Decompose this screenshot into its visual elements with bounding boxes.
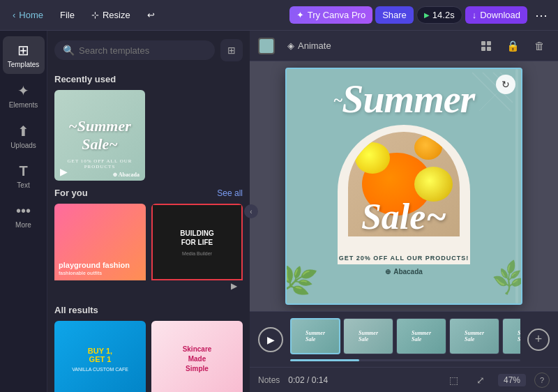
chevron-left-icon: ‹ <box>13 10 15 20</box>
all-results-title: All results <box>54 305 243 315</box>
share-button[interactable]: Share <box>375 6 414 24</box>
more-options-button[interactable]: ⋯ <box>530 4 552 27</box>
play-icon: ▶ <box>424 11 430 19</box>
star-icon: ✦ <box>296 10 304 20</box>
sidebar-item-templates[interactable]: ⊞ Templates <box>3 36 45 74</box>
timeline-frames: SummerSale SummerSale SummerSale SummerS… <box>290 318 520 357</box>
resize-icon: ⊹ <box>91 10 99 20</box>
timeline-frame-1[interactable]: SummerSale <box>290 318 340 354</box>
time-display: 0:02 / 0:14 <box>288 375 328 385</box>
template-building-for-life[interactable]: BUILDINGFOR LIFE Media Builder ▶ <box>151 204 243 295</box>
canvas-arch <box>338 125 470 264</box>
svg-rect-3 <box>487 47 491 51</box>
template-skincare[interactable]: SkincareMadeSimple <box>151 321 243 392</box>
sidebar-item-uploads[interactable]: ⬆ Uploads <box>3 117 45 155</box>
play-button[interactable]: ▶ <box>258 327 283 352</box>
add-frame-button[interactable]: + <box>527 329 550 351</box>
main-area: ⊞ Templates ✦ Elements ⬆ Uploads T Text … <box>0 31 558 392</box>
download-icon: ↓ <box>472 10 477 20</box>
templates-icon: ⊞ <box>17 42 29 59</box>
see-all-link[interactable]: See all <box>217 188 243 198</box>
search-icon: 🔍 <box>63 45 75 56</box>
delete-button[interactable]: 🗑 <box>529 36 550 56</box>
template-search-area: 🔍 ⊞ <box>47 31 250 67</box>
for-you-title: For you <box>54 188 88 198</box>
search-input[interactable] <box>79 45 206 56</box>
timeline-frame-5[interactable]: SummerSale <box>502 318 520 354</box>
for-you-grid: playground fashion FASHIONABLE OUTFITS B… <box>54 204 243 295</box>
bottom-bar: Notes 0:02 / 0:14 ⬚ ⤢ 47% ? <box>250 367 558 392</box>
topbar: ‹ Home File ⊹ Resize ↩ ✦ Try Canva Pro S… <box>0 0 558 31</box>
timeline-frame-2[interactable]: SummerSale <box>343 318 393 354</box>
uploads-icon: ⬆ <box>17 123 29 140</box>
recently-used-title: Recently used <box>54 74 243 84</box>
monitor-button[interactable]: ⬚ <box>445 371 463 389</box>
timeline: ▶ SummerSale SummerSale SummerSale Summe… <box>250 311 558 367</box>
template-panel-wrapper: 🔍 ⊞ Recently used ~Summer Sale~ GET 10% … <box>47 31 250 392</box>
canva-pro-button[interactable]: ✦ Try Canva Pro <box>289 6 372 24</box>
elements-icon: ✦ <box>17 82 29 99</box>
collapse-panel-button[interactable]: ‹ <box>244 204 258 218</box>
color-swatch[interactable] <box>258 38 275 54</box>
canvas-design: ~Summer Sale~ GET 20% OFF ALL <box>285 68 522 305</box>
text-icon: T <box>19 163 27 179</box>
timeline-frame-3[interactable]: SummerSale <box>396 318 446 354</box>
search-box[interactable]: 🔍 <box>54 40 215 60</box>
notes-label: Notes <box>258 375 280 385</box>
undo-icon: ↩ <box>147 10 155 20</box>
monitor-icon: ⬚ <box>449 375 458 386</box>
layout-icon-button[interactable] <box>476 36 497 56</box>
lock-icon: 🔒 <box>506 40 520 52</box>
all-results-grid: BUY 1,GET 1 VANILLA CUSTOM CAFE Skincare… <box>54 321 243 392</box>
sidebar-item-more[interactable]: ••• More <box>3 197 45 234</box>
sidebar-item-text[interactable]: T Text <box>3 158 45 195</box>
icon-sidebar: ⊞ Templates ✦ Elements ⬆ Uploads T Text … <box>0 31 47 392</box>
timeline-scroll: SummerSale SummerSale SummerSale SummerS… <box>290 318 520 361</box>
animate-button[interactable]: ◈ Animate <box>280 38 338 54</box>
more-icon: ••• <box>16 203 31 219</box>
file-button[interactable]: File <box>53 6 82 24</box>
canvas-subtitle: GET 20% OFF ALL OUR PRODUCTS! <box>287 255 521 262</box>
template-panel: 🔍 ⊞ Recently used ~Summer Sale~ GET 10% … <box>47 31 250 392</box>
canvas-scroll-area[interactable]: ~Summer Sale~ GET 20% OFF ALL <box>250 61 558 311</box>
animate-icon: ◈ <box>287 40 294 51</box>
template-summer-sale-recent[interactable]: ~Summer Sale~ GET 10% OFF ALL OUR PRODUC… <box>54 90 145 181</box>
sidebar-item-elements[interactable]: ✦ Elements <box>3 77 45 114</box>
canvas-toolbar: ◈ Animate 🔒 🗑 <box>250 31 558 61</box>
timer-badge: ▶ 14.2s <box>416 6 462 24</box>
for-you-section-header: For you See all <box>54 188 243 198</box>
home-button[interactable]: ‹ Home <box>6 6 50 24</box>
lock-button[interactable]: 🔒 <box>502 36 523 56</box>
expand-icon: ⤢ <box>476 375 485 386</box>
svg-rect-2 <box>481 47 485 51</box>
trash-icon: 🗑 <box>534 40 545 52</box>
refresh-button[interactable]: ↻ <box>496 75 515 94</box>
svg-rect-1 <box>487 41 491 45</box>
help-button[interactable]: ? <box>534 372 550 388</box>
expand-button[interactable]: ⤢ <box>472 371 490 389</box>
filter-button[interactable]: ⊞ <box>220 39 243 61</box>
resize-button[interactable]: ⊹ Resize <box>84 6 137 24</box>
canvas-brand: ⊕ Abacada <box>287 268 521 276</box>
canvas-sale-text: Sale~ <box>287 196 521 237</box>
template-playground-fashion[interactable]: playground fashion FASHIONABLE OUTFITS <box>54 204 146 295</box>
recently-used-grid: ~Summer Sale~ GET 10% OFF ALL OUR PRODUC… <box>54 90 243 181</box>
zoom-display[interactable]: 47% <box>498 374 526 386</box>
canvas-area-wrapper: ◈ Animate 🔒 🗑 <box>250 31 558 392</box>
template-buy-1-get-1[interactable]: BUY 1,GET 1 VANILLA CUSTOM CAFE <box>54 321 146 392</box>
canvas-summer-title: ~Summer <box>287 80 521 119</box>
undo-button[interactable]: ↩ <box>140 6 162 24</box>
svg-rect-0 <box>481 41 485 45</box>
timeline-frame-4[interactable]: SummerSale <box>449 318 499 354</box>
download-button[interactable]: ↓ Download <box>465 6 527 24</box>
template-scroll: Recently used ~Summer Sale~ GET 10% OFF … <box>47 67 250 392</box>
play-icon: ▶ <box>267 334 275 345</box>
